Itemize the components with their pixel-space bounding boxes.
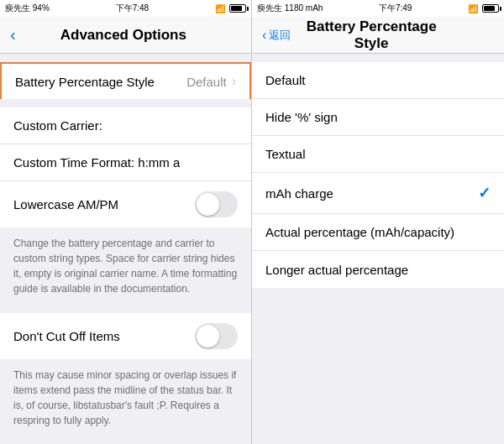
right-back-button[interactable]: ‹ 返回 — [262, 28, 291, 43]
option-actual-percentage[interactable]: Actual percentage (mAh/capacity) — [252, 214, 504, 251]
custom-time-cell[interactable]: Custom Time Format: h:mm a — [0, 144, 251, 181]
battery-percentage-value: Default — [186, 75, 227, 89]
option-mah-charge[interactable]: mAh charge ✓ — [252, 173, 504, 214]
cutoff-label: Don't Cut Off Items — [13, 329, 195, 343]
lowercase-label: Lowercase AM/PM — [13, 197, 195, 212]
description-1: Change the battery percentage and carrie… — [0, 227, 251, 305]
mah-charge-checkmark: ✓ — [478, 184, 491, 202]
option-hide-percent-label: Hide '%' sign — [265, 110, 491, 124]
cutoff-section: Don't Cut Off Items — [0, 313, 251, 359]
signal-icon: 📶 — [215, 4, 225, 13]
option-default[interactable]: Default — [252, 62, 504, 99]
left-nav-title: Advanced Options — [23, 27, 224, 44]
description-2: This may cause minor spacing or overlap … — [0, 359, 251, 436]
cutoff-knob — [197, 325, 219, 347]
option-hide-percent[interactable]: Hide '%' sign — [252, 99, 504, 136]
option-actual-percentage-label: Actual percentage (mAh/capacity) — [265, 225, 491, 239]
right-status-bar: 瘐先生 1180 mAh 下午7:49 📶 — [252, 0, 504, 17]
right-battery-icon — [482, 4, 499, 13]
left-status-left: 瘐先生 94% — [5, 3, 50, 14]
custom-carrier-cell[interactable]: Custom Carrier: — [0, 107, 251, 144]
left-status-right: 📶 — [215, 4, 246, 13]
left-panel: 瘐先生 94% 下午7:48 📶 ‹ Advanced Options Batt… — [0, 0, 252, 444]
right-status-time: 下午7:49 — [379, 3, 412, 14]
battery-icon — [229, 4, 246, 13]
battery-percentage-cell[interactable]: Battery Percentage Style Default › — [0, 62, 251, 99]
right-signal-icon: 📶 — [468, 4, 478, 13]
right-panel: 瘐先生 1180 mAh 下午7:49 📶 ‹ 返回 Battery Perce… — [252, 0, 504, 444]
lowercase-toggle[interactable] — [195, 191, 238, 217]
right-nav-bar: ‹ 返回 Battery Percentage Style — [252, 17, 504, 54]
toggle-knob — [197, 193, 219, 216]
right-back-label: 返回 — [269, 28, 291, 43]
option-textual[interactable]: Textual — [252, 136, 504, 173]
option-default-label: Default — [265, 73, 491, 87]
options-list: Default Hide '%' sign Textual mAh charge… — [252, 62, 504, 288]
battery-section: Battery Percentage Style Default › — [0, 62, 251, 99]
left-content: Battery Percentage Style Default › Custo… — [0, 54, 251, 444]
left-status-bar: 瘐先生 94% 下午7:48 📶 — [0, 0, 251, 17]
left-carrier: 瘐先生 94% — [5, 3, 50, 14]
cutoff-cell: Don't Cut Off Items — [0, 313, 251, 359]
option-longer-actual[interactable]: Longer actual percentage — [252, 251, 504, 288]
left-nav-bar: ‹ Advanced Options — [0, 17, 251, 54]
battery-percentage-label: Battery Percentage Style — [15, 75, 186, 89]
custom-time-label: Custom Time Format: h:mm a — [13, 155, 238, 170]
custom-carrier-label: Custom Carrier: — [13, 118, 238, 133]
right-back-chevron: ‹ — [262, 28, 266, 43]
right-nav-title: Battery Percentage Style — [291, 18, 452, 52]
left-status-time: 下午7:48 — [116, 3, 149, 14]
lowercase-toggle-cell: Lowercase AM/PM — [0, 181, 251, 227]
right-carrier: 瘐先生 1180 mAh — [257, 3, 323, 14]
cutoff-toggle[interactable] — [195, 323, 238, 349]
right-status-right: 📶 — [468, 4, 499, 13]
option-textual-label: Textual — [265, 147, 491, 161]
option-mah-charge-label: mAh charge — [265, 186, 478, 201]
battery-percentage-chevron: › — [232, 74, 236, 89]
right-status-left: 瘐先生 1180 mAh — [257, 3, 323, 14]
option-longer-actual-label: Longer actual percentage — [265, 263, 491, 277]
left-back-button[interactable]: ‹ — [10, 25, 16, 44]
carrier-section: Custom Carrier: Custom Time Format: h:mm… — [0, 107, 251, 227]
right-content: Default Hide '%' sign Textual mAh charge… — [252, 54, 504, 444]
